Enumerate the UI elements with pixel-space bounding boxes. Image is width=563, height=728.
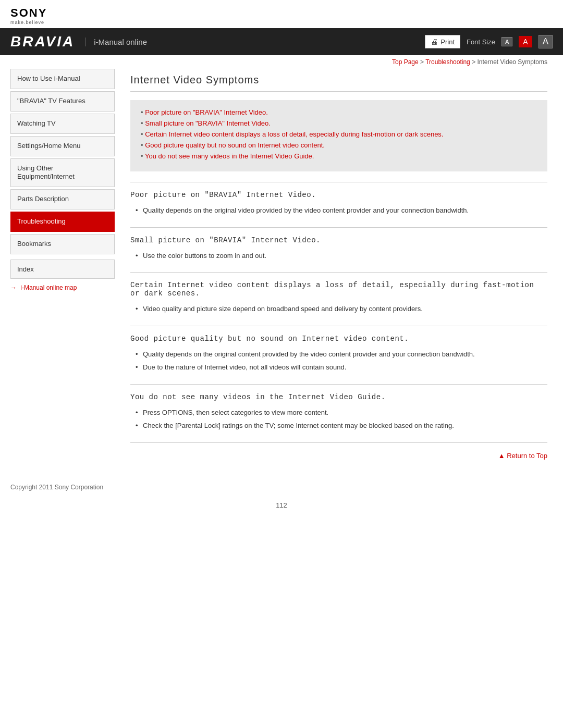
page-number: 112	[0, 496, 563, 520]
breadcrumb-current: Internet Video Symptoms	[477, 58, 547, 66]
section-title-fast-motion: Certain Internet video content displays …	[130, 281, 547, 298]
sidebar-item-index[interactable]: Index	[10, 260, 115, 279]
list-item: Due to the nature of Internet video, not…	[136, 362, 547, 373]
section-no-sound: Good picture quality but no sound on Int…	[130, 326, 547, 384]
top-bar-controls: 🖨 Print Font Size A A A	[425, 35, 553, 48]
list-item: Certain Internet video content displays …	[141, 130, 537, 138]
breadcrumb-sep1: >	[420, 58, 425, 66]
section-small-picture: Small picture on "BRAVIA" Internet Video…	[130, 227, 547, 273]
sony-header: SONY make.believe	[0, 0, 563, 28]
bravia-logo: BRAVIA i-Manual online	[10, 33, 147, 50]
section-list: Press OPTIONS, then select categories to…	[130, 408, 547, 431]
list-item: Poor picture on "BRAVIA" Internet Video.	[141, 108, 537, 116]
list-item: You do not see many videos in the Intern…	[141, 152, 537, 160]
section-list: Quality depends on the original content …	[130, 349, 547, 373]
imanual-map-link[interactable]: i-Manual online map	[20, 284, 77, 291]
sidebar-item-troubleshooting[interactable]: Troubleshooting	[10, 212, 115, 232]
list-item: Good picture quality but no sound on Int…	[141, 141, 537, 149]
list-item: Use the color buttons to zoom in and out…	[136, 251, 547, 261]
imanual-label: i-Manual online	[85, 38, 147, 46]
section-list: Quality depends on the original video pr…	[130, 205, 547, 216]
font-size-label: Font Size	[467, 38, 495, 46]
sidebar-item-settings[interactable]: Settings/Home Menu	[10, 136, 115, 156]
top-bar: BRAVIA i-Manual online 🖨 Print Font Size…	[0, 28, 563, 55]
breadcrumb: Top Page > Troubleshooting > Internet Vi…	[0, 55, 563, 69]
section-list: Video quality and picture size depend on…	[130, 304, 547, 314]
list-item: Press OPTIONS, then select categories to…	[136, 408, 547, 418]
section-list: Use the color buttons to zoom in and out…	[130, 251, 547, 261]
summary-box: Poor picture on "BRAVIA" Internet Video.…	[130, 100, 547, 171]
font-large-button[interactable]: A	[538, 35, 553, 48]
summary-link-5[interactable]: You do not see many videos in the Intern…	[145, 152, 314, 160]
font-small-button[interactable]: A	[501, 37, 512, 46]
section-no-videos: You do not see many videos in the Intern…	[130, 384, 547, 442]
print-button[interactable]: 🖨 Print	[425, 35, 460, 48]
list-item: Quality depends on the original content …	[136, 349, 547, 360]
sidebar-item-parts[interactable]: Parts Description	[10, 189, 115, 209]
summary-list: Poor picture on "BRAVIA" Internet Video.…	[141, 108, 537, 160]
list-item: Video quality and picture size depend on…	[136, 304, 547, 314]
sidebar-item-watching-tv[interactable]: Watching TV	[10, 114, 115, 134]
font-medium-button[interactable]: A	[519, 36, 532, 47]
sidebar-item-how-to-use[interactable]: How to Use i-Manual	[10, 69, 115, 89]
footer: Copyright 2011 Sony Corporation	[0, 468, 563, 496]
section-poor-picture: Poor picture on "BRAVIA" Internet Video.…	[130, 182, 547, 227]
section-title-poor-picture: Poor picture on "BRAVIA" Internet Video.	[130, 191, 547, 199]
summary-link-3[interactable]: Certain Internet video content displays …	[145, 130, 443, 138]
breadcrumb-troubleshooting[interactable]: Troubleshooting	[425, 58, 470, 66]
section-title-no-sound: Good picture quality but no sound on Int…	[130, 335, 547, 343]
bravia-brand: BRAVIA	[10, 33, 75, 50]
return-to-top-link[interactable]: Return to Top	[498, 452, 547, 460]
summary-link-2[interactable]: Small picture on "BRAVIA" Internet Video…	[145, 119, 271, 127]
print-label: Print	[440, 38, 455, 46]
arrow-icon: →	[10, 284, 17, 291]
list-item: Check the [Parental Lock] ratings on the…	[136, 421, 547, 431]
summary-link-4[interactable]: Good picture quality but no sound on Int…	[145, 141, 325, 149]
sidebar-item-bookmarks[interactable]: Bookmarks	[10, 234, 115, 254]
section-title-small-picture: Small picture on "BRAVIA" Internet Video…	[130, 236, 547, 244]
list-item: Small picture on "BRAVIA" Internet Video…	[141, 119, 537, 127]
summary-link-1[interactable]: Poor picture on "BRAVIA" Internet Video.	[145, 108, 268, 116]
sidebar: How to Use i-Manual "BRAVIA" TV Features…	[10, 69, 115, 468]
sidebar-item-bravia-tv[interactable]: "BRAVIA" TV Features	[10, 91, 115, 112]
section-fast-motion: Certain Internet video content displays …	[130, 272, 547, 326]
main-layout: How to Use i-Manual "BRAVIA" TV Features…	[0, 69, 563, 468]
list-item: Quality depends on the original video pr…	[136, 205, 547, 216]
page-title: Internet Video Symptoms	[130, 74, 547, 92]
return-to-top: Return to Top	[130, 442, 547, 468]
copyright: Copyright 2011 Sony Corporation	[10, 484, 103, 491]
section-title-no-videos: You do not see many videos in the Intern…	[130, 393, 547, 401]
content-area: Internet Video Symptoms Poor picture on …	[125, 69, 553, 468]
sony-tagline: make.believe	[10, 20, 553, 25]
print-icon: 🖨	[431, 38, 438, 46]
breadcrumb-sep2: >	[472, 58, 477, 66]
breadcrumb-top-page[interactable]: Top Page	[392, 58, 419, 66]
sony-logo: SONY	[10, 6, 553, 20]
sidebar-map-link: → i-Manual online map	[10, 284, 115, 291]
sidebar-item-other-equipment[interactable]: Using Other Equipment/Internet	[10, 158, 115, 188]
